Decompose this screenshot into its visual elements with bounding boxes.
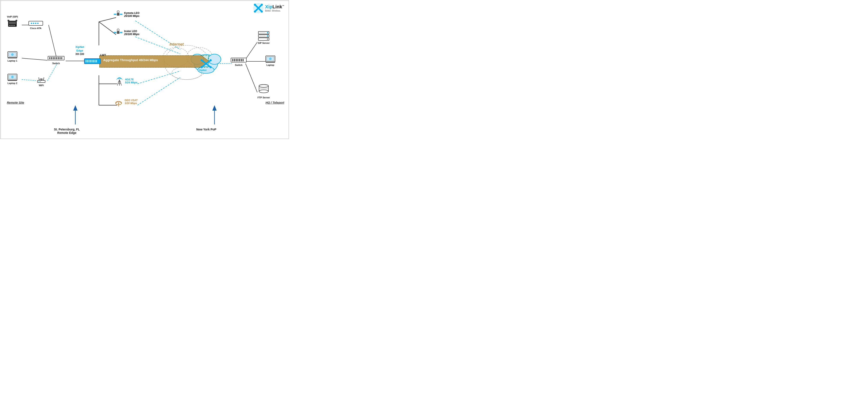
svg-rect-92 — [120, 32, 122, 33]
svg-rect-65 — [40, 81, 41, 82]
kymeta-satellite — [114, 10, 122, 20]
svg-rect-67 — [49, 57, 50, 59]
svg-rect-68 — [51, 57, 52, 59]
svg-rect-81 — [92, 60, 92, 63]
inster-satellite — [114, 28, 122, 38]
svg-point-40 — [254, 10, 256, 12]
svg-rect-83 — [95, 60, 95, 63]
ata-icon — [28, 20, 43, 26]
hq-teleport-label: HQ / Teleport — [266, 101, 284, 104]
svg-line-97 — [119, 79, 122, 85]
ftp-server-icon — [257, 84, 270, 96]
svg-rect-128 — [266, 62, 275, 63]
xipnet-edge-label: XipNet Edge XH-100 — [75, 45, 84, 56]
svg-rect-73 — [60, 57, 61, 59]
svg-point-105 — [200, 59, 203, 61]
svg-rect-44 — [9, 25, 11, 26]
vsat-icon — [114, 98, 123, 107]
svg-line-26 — [246, 42, 257, 59]
internet-label: Internet — [169, 42, 184, 47]
lte-label: 4G/LTE 5/24 Mbps — [125, 78, 137, 84]
svg-line-62 — [43, 77, 44, 80]
svg-line-4 — [22, 79, 36, 81]
inster-satellite-icon — [114, 28, 122, 37]
svg-point-20 — [172, 67, 202, 79]
st-petersburg-label: St. Petersburg, FL Remote Edge — [54, 128, 80, 135]
laptop-right-icon — [265, 55, 276, 63]
wifi-label: WiFi — [39, 84, 44, 86]
svg-line-61 — [39, 77, 39, 80]
svg-rect-55 — [8, 58, 17, 58]
svg-point-39 — [261, 4, 263, 6]
svg-point-133 — [259, 84, 269, 88]
logo-tagline: Better. Wireless. — [265, 10, 284, 12]
svg-rect-64 — [38, 81, 39, 82]
phone-icon — [7, 19, 18, 28]
laptop2-device: Laptop 2 — [7, 73, 18, 84]
right-switch-icon — [230, 57, 247, 63]
xipnet-x-icon — [199, 58, 213, 69]
svg-rect-79 — [89, 60, 90, 63]
ftp-server-label: FTP Server — [257, 96, 270, 99]
ftp-server-device: FTP Server — [257, 84, 270, 99]
svg-rect-80 — [90, 60, 91, 63]
vsat-satellite — [114, 98, 123, 108]
remote-site-label: Remote Site — [7, 101, 24, 104]
svg-point-41 — [261, 10, 263, 12]
svg-rect-77 — [86, 60, 87, 63]
svg-point-102 — [118, 102, 119, 104]
svg-point-107 — [200, 66, 203, 68]
svg-point-50 — [35, 23, 36, 24]
svg-line-8 — [99, 18, 116, 22]
throughput-label: Aggregate Throughput 49/244 Mbps — [103, 58, 158, 62]
sip-server-label: SIP Server — [258, 42, 270, 44]
svg-line-3 — [22, 58, 48, 60]
svg-marker-30 — [73, 105, 78, 110]
svg-rect-90 — [117, 31, 119, 34]
svg-rect-85 — [117, 13, 119, 15]
connection-lines — [0, 0, 288, 139]
svg-point-54 — [11, 53, 14, 56]
svg-point-121 — [267, 35, 268, 37]
svg-point-48 — [31, 23, 32, 24]
svg-point-127 — [269, 58, 272, 60]
left-switch-device: Switch — [48, 55, 65, 65]
wifi-device: WiFi — [36, 75, 47, 86]
laptop2-icon — [7, 73, 18, 81]
left-switch-label: Switch — [52, 62, 60, 65]
xipnet-cloud-icon — [199, 58, 213, 70]
xipnet-edge-icon — [84, 58, 101, 65]
cisco-ata-device: Cisco ATA — [28, 20, 43, 30]
svg-rect-115 — [241, 59, 242, 61]
svg-line-5 — [48, 64, 57, 81]
svg-rect-86 — [114, 14, 117, 15]
svg-rect-70 — [54, 57, 56, 59]
svg-point-58 — [11, 76, 14, 78]
svg-line-15 — [137, 71, 180, 84]
laptop1-label: Laptop 1 — [7, 60, 17, 62]
sip-server-icon — [257, 30, 270, 41]
svg-point-132 — [259, 90, 269, 93]
svg-rect-71 — [56, 57, 57, 59]
xiplink-logo: XipLink™ Better. Wireless. — [253, 3, 284, 14]
svg-line-9 — [99, 22, 116, 35]
logo-text: XipLink™ — [265, 4, 284, 9]
left-switch-icon — [48, 55, 65, 61]
svg-rect-111 — [234, 59, 235, 61]
lte-tower-icon — [116, 75, 123, 86]
cisco-ata-label: Cisco ATA — [30, 27, 41, 30]
svg-point-106 — [210, 59, 212, 61]
kymeta-satellite-icon — [114, 10, 122, 19]
svg-rect-72 — [58, 57, 59, 59]
svg-rect-116 — [243, 59, 244, 61]
svg-rect-78 — [87, 60, 88, 63]
svg-rect-0 — [1, 1, 288, 139]
svg-rect-91 — [114, 32, 117, 33]
svg-point-18 — [163, 47, 189, 67]
svg-rect-84 — [96, 60, 97, 63]
vsat-label: GEO VSAT 3/20 Mbps — [125, 99, 137, 105]
svg-rect-113 — [238, 59, 239, 61]
svg-rect-112 — [236, 59, 237, 61]
new-york-label: New York PoP — [196, 128, 216, 131]
svg-point-93 — [117, 29, 119, 31]
